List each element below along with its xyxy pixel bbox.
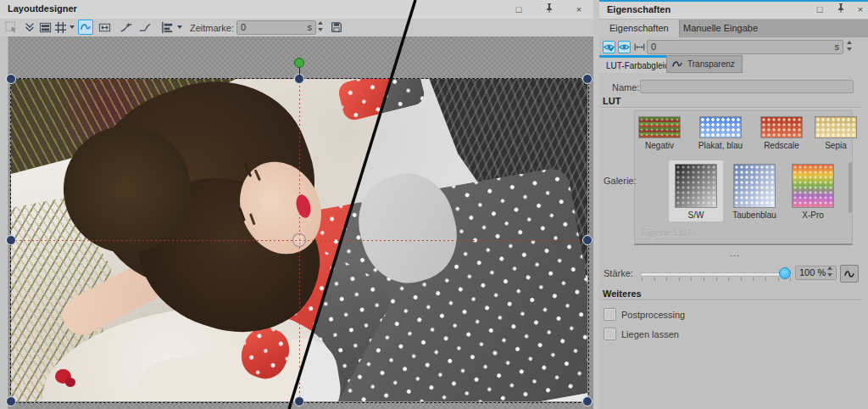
lut-thumb-plakat-blau[interactable] — [699, 116, 742, 138]
app-window: Layoutdesigner □ × — [0, 0, 868, 409]
effect-time-field[interactable]: 0 s — [647, 40, 843, 54]
save-icon[interactable] — [329, 20, 344, 35]
lut-label: X-Pro — [782, 210, 843, 220]
lut-thumb-sw[interactable] — [675, 164, 717, 208]
lut-gallery-box: Negativ Plakat, blau Redscale Sepia S/W … — [634, 110, 853, 245]
lut-label: Sepia — [805, 141, 866, 150]
spin-up-icon[interactable] — [847, 41, 852, 44]
handle-bottom-right[interactable] — [582, 396, 593, 406]
effect-time-spinner[interactable] — [846, 40, 854, 52]
weiteres-section-rule — [601, 300, 862, 300]
lut-thumb-negativ[interactable] — [638, 116, 681, 138]
lut-thumb-taubenblau[interactable] — [733, 164, 776, 208]
eigene-luts-header: Eigene LUTs — [641, 227, 697, 238]
maximize-icon[interactable]: □ — [511, 3, 526, 16]
more-button[interactable]: ... — [718, 248, 752, 258]
spin-up-icon[interactable] — [318, 21, 323, 25]
effect-length-icon[interactable] — [633, 41, 646, 53]
layers-icon[interactable] — [37, 20, 53, 35]
effect-time-unit: s — [835, 42, 840, 52]
postprocessing-checkbox[interactable] — [604, 308, 616, 321]
lut-label: Plakat, blau — [690, 141, 751, 150]
pin-icon[interactable] — [542, 3, 557, 16]
staerke-slider-track[interactable] — [640, 272, 793, 277]
name-input[interactable] — [640, 80, 854, 93]
zeitmarke-unit: s — [308, 22, 313, 32]
lut-label: Negativ — [629, 141, 690, 150]
lut-thumb-redscale[interactable] — [760, 116, 803, 138]
name-label: Name: — [612, 82, 639, 92]
liegen-lassen-checkbox[interactable] — [604, 328, 616, 340]
tab-eigenschaften[interactable]: Eigenschaften — [599, 20, 680, 37]
lut-thumb-sepia[interactable] — [815, 116, 857, 138]
layoutdesigner-panel: Layoutdesigner □ × — [0, 0, 594, 409]
size-position-icon[interactable] — [97, 20, 112, 35]
staerke-slider-ticks — [642, 277, 791, 281]
staerke-spinner[interactable] — [826, 266, 834, 277]
liegen-lassen-label: Liegen lassen — [621, 329, 679, 339]
keyframe-visibility-icon[interactable] — [603, 41, 615, 53]
postprocessing-label: Postprocessing — [621, 310, 685, 320]
spin-down-icon[interactable] — [318, 28, 323, 31]
lut-section-rule — [601, 107, 862, 108]
pin-icon[interactable] — [833, 3, 849, 16]
collapse-chevrons-icon[interactable] — [22, 20, 37, 35]
handle-top-left[interactable] — [6, 74, 16, 84]
zeitmarke-label: Zeitmarke: — [190, 23, 234, 33]
alignment-dropdown-icon[interactable] — [177, 25, 182, 29]
lut-section-header: LUT — [603, 96, 620, 106]
grid-dropdown-icon[interactable] — [70, 25, 75, 29]
lut-label: Redscale — [751, 141, 812, 150]
eigenschaften-tabbar: Eigenschaften Manuelle Eingabe — [599, 20, 868, 37]
select-tool-icon[interactable] — [3, 20, 19, 35]
lut-label: S/W — [665, 210, 726, 220]
handle-top-right[interactable] — [582, 74, 593, 84]
handle-mid-right[interactable] — [582, 235, 593, 245]
weiteres-section-header: Weiteres — [603, 289, 642, 299]
layoutdesigner-title: Layoutdesigner — [8, 3, 77, 14]
grid-snap-icon[interactable] — [53, 20, 68, 35]
staerke-label: Stärke: — [604, 268, 633, 278]
spin-up-icon[interactable] — [827, 266, 832, 270]
sine-wave-icon — [843, 269, 855, 279]
effect-time-value: 0 — [651, 42, 656, 52]
curve-mode-icon[interactable] — [78, 20, 93, 35]
staerke-value: 100 % — [799, 267, 826, 277]
handle-bottom-left[interactable] — [6, 396, 16, 406]
center-anchor[interactable] — [292, 233, 306, 247]
layoutdesigner-titlebar: Layoutdesigner □ × — [0, 0, 593, 20]
staerke-slider-handle[interactable] — [779, 267, 791, 279]
rotation-handle[interactable] — [294, 58, 304, 68]
eigenschaften-titlebar: Eigenschaften □ × — [599, 2, 868, 20]
handle-bottom-center[interactable] — [294, 396, 304, 406]
close-icon[interactable]: × — [853, 3, 868, 16]
close-icon[interactable]: × — [571, 3, 587, 16]
eigenschaften-panel: Eigenschaften □ × Eigenschaften Manuelle… — [599, 0, 868, 409]
transparenz-curve-icon — [671, 59, 683, 70]
alignment-icon[interactable] — [159, 20, 175, 35]
lut-label: Taubenblau — [724, 210, 785, 220]
spin-down-icon[interactable] — [827, 273, 832, 277]
rotation-stem — [299, 67, 301, 79]
lut-thumb-xpro[interactable] — [792, 164, 834, 208]
eigenschaften-title: Eigenschaften — [607, 4, 670, 14]
gallery-scrollbar[interactable] — [849, 162, 852, 213]
canvas-left-gutter — [0, 36, 8, 409]
effect-visibility-icon[interactable] — [618, 41, 631, 53]
handle-mid-left[interactable] — [6, 235, 16, 245]
photo-flower2 — [65, 378, 75, 387]
zeitmarke-spinner[interactable] — [317, 20, 325, 32]
maximize-icon[interactable]: □ — [812, 3, 827, 16]
zeitmarke-value: 0 — [241, 22, 246, 32]
keyframe-curve-button[interactable] — [840, 265, 859, 283]
zeitmarke-field[interactable]: 0 s — [236, 20, 316, 35]
remove-keyframe-curve-icon[interactable] — [137, 20, 153, 35]
tab-manuelle-eingabe[interactable]: Manuelle Eingabe — [673, 20, 768, 37]
galerie-label: Galerie: — [604, 176, 637, 186]
add-keyframe-curve-icon[interactable] — [119, 20, 134, 35]
spin-down-icon[interactable] — [847, 48, 852, 51]
layoutdesigner-toolbar: Zeitmarke: 0 s — [0, 19, 593, 37]
panel-splitter[interactable] — [593, 0, 599, 409]
